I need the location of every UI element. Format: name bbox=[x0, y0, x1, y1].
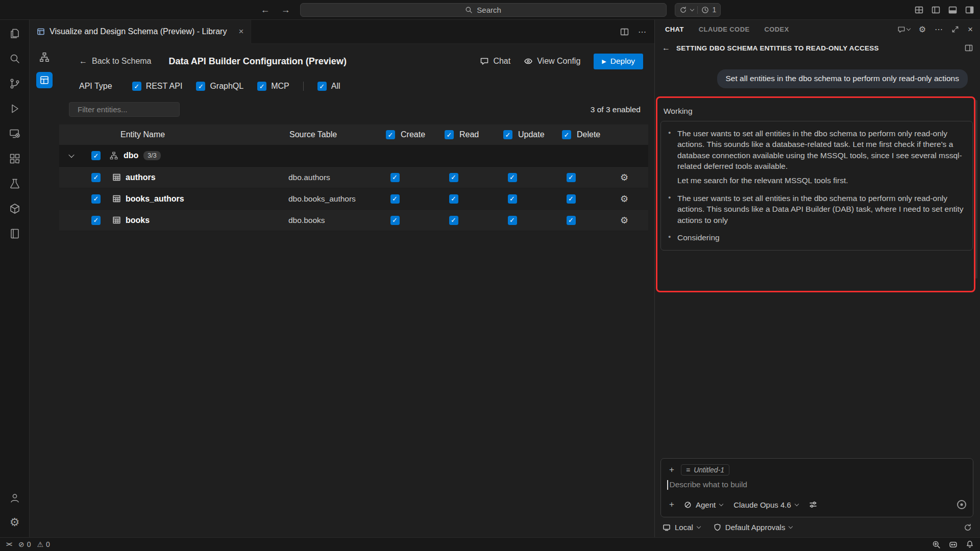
session-back-icon[interactable]: ← bbox=[662, 43, 670, 53]
update-checkbox[interactable] bbox=[508, 194, 517, 204]
toggle-secondary-sidebar-icon[interactable] bbox=[965, 6, 974, 14]
mcp-checkbox[interactable] bbox=[257, 82, 266, 91]
chat-button[interactable]: Chat bbox=[480, 57, 510, 66]
nav-back-icon[interactable]: ← bbox=[259, 5, 272, 15]
read-checkbox[interactable] bbox=[449, 173, 458, 182]
nav-forward-icon[interactable]: → bbox=[280, 5, 292, 15]
api-type-all[interactable]: All bbox=[317, 82, 340, 91]
split-editor-icon[interactable] bbox=[620, 28, 629, 36]
configuration-view-button[interactable] bbox=[36, 72, 53, 88]
table-row[interactable]: authors dbo.authors ⚙ bbox=[59, 167, 648, 188]
scrollbar-thumb[interactable] bbox=[975, 100, 977, 279]
approvals-dropdown[interactable]: Default Approvals bbox=[714, 523, 793, 532]
create-all-checkbox[interactable] bbox=[386, 130, 395, 139]
collapse-chevron-icon[interactable] bbox=[68, 152, 74, 158]
copilot-status-icon[interactable] bbox=[949, 540, 958, 549]
agent-thinking-box[interactable]: The user wants to set all entities in th… bbox=[660, 121, 973, 251]
create-checkbox[interactable] bbox=[390, 216, 400, 225]
notifications-bell-icon[interactable] bbox=[966, 540, 974, 548]
testing-icon[interactable] bbox=[8, 177, 21, 190]
api-type-mcp[interactable]: MCP bbox=[257, 82, 289, 91]
tab-chat[interactable]: CHAT bbox=[665, 26, 684, 33]
row-select-checkbox[interactable] bbox=[91, 173, 101, 182]
command-center-search[interactable]: Search bbox=[300, 3, 667, 17]
row-select-checkbox[interactable] bbox=[91, 194, 101, 204]
extensions-icon[interactable] bbox=[8, 152, 21, 165]
read-checkbox[interactable] bbox=[449, 216, 458, 225]
tab-claude-code[interactable]: CLAUDE CODE bbox=[699, 26, 750, 33]
chat-more-icon[interactable]: ⋯ bbox=[935, 24, 943, 34]
explorer-icon[interactable] bbox=[8, 27, 21, 40]
table-row[interactable]: books dbo.books ⚙ bbox=[59, 210, 648, 231]
delete-checkbox[interactable] bbox=[567, 216, 576, 225]
api-type-graphql[interactable]: GraphQL bbox=[196, 82, 243, 91]
rest-api-checkbox[interactable] bbox=[132, 82, 141, 91]
screencast-zoom-icon[interactable] bbox=[932, 540, 941, 549]
api-type-rest[interactable]: REST API bbox=[132, 82, 183, 91]
create-checkbox[interactable] bbox=[390, 194, 400, 204]
row-settings-gear-icon[interactable]: ⚙ bbox=[620, 172, 628, 183]
remote-explorer-icon[interactable] bbox=[8, 127, 21, 140]
tab-codex[interactable]: CODEX bbox=[765, 26, 789, 33]
read-all-checkbox[interactable] bbox=[445, 130, 454, 139]
account-icon[interactable] bbox=[8, 491, 21, 505]
chat-settings-gear-icon[interactable]: ⚙ bbox=[919, 24, 926, 34]
update-checkbox[interactable] bbox=[508, 216, 517, 225]
schema-name: dbo bbox=[124, 151, 138, 160]
chat-transcript[interactable]: Set all entities in the dbo schema to pe… bbox=[655, 57, 980, 458]
delete-checkbox[interactable] bbox=[567, 173, 576, 182]
toggle-panel-icon[interactable] bbox=[948, 6, 957, 14]
environment-dropdown[interactable]: Local bbox=[663, 523, 700, 532]
open-in-editor-icon[interactable] bbox=[965, 44, 973, 52]
send-button[interactable] bbox=[957, 499, 967, 510]
delete-all-checkbox[interactable] bbox=[562, 130, 571, 139]
deploy-button[interactable]: ▶ Deploy bbox=[594, 54, 643, 69]
editor-actions-more-icon[interactable]: ⋯ bbox=[638, 27, 646, 37]
schema-group-row[interactable]: dbo 3/3 bbox=[59, 145, 648, 167]
tab-close-icon[interactable]: × bbox=[231, 27, 243, 37]
source-control-icon[interactable] bbox=[8, 77, 21, 90]
add-context-icon[interactable]: + bbox=[667, 465, 676, 475]
search-sidebar-icon[interactable] bbox=[8, 52, 21, 65]
customize-layout-icon[interactable] bbox=[915, 6, 923, 14]
attach-icon[interactable]: + bbox=[667, 499, 676, 510]
chat-prompt-input[interactable]: Describe what to build bbox=[670, 480, 748, 489]
expand-icon[interactable] bbox=[951, 26, 959, 33]
run-debug-icon[interactable] bbox=[8, 102, 21, 115]
table-row[interactable]: books_authors dbo.books_authors ⚙ bbox=[59, 188, 648, 210]
chat-mode-dropdown[interactable] bbox=[897, 26, 910, 34]
copilot-session-control[interactable]: 1 bbox=[675, 3, 721, 17]
problems-indicator[interactable]: ⊘ 0 ⚠ 0 bbox=[18, 540, 50, 548]
toggle-primary-sidebar-icon[interactable] bbox=[932, 6, 940, 14]
chat-input-box[interactable]: + ≡ Untitled-1 Describe what to build + … bbox=[660, 458, 973, 517]
visualize-schema-view-icon[interactable] bbox=[36, 49, 53, 65]
settings-gear-icon[interactable]: ⚙ bbox=[8, 516, 21, 529]
context-chip-untitled-1[interactable]: ≡ Untitled-1 bbox=[681, 464, 729, 475]
model-dropdown[interactable]: Claude Opus 4.6 bbox=[733, 500, 798, 509]
thought-entry: The user wants to set all entities in th… bbox=[661, 193, 964, 226]
row-select-checkbox[interactable] bbox=[91, 216, 101, 225]
tab-visualize-design-schema[interactable]: Visualize and Design Schema (Preview) - … bbox=[30, 20, 251, 44]
read-checkbox[interactable] bbox=[449, 194, 458, 204]
agent-mode-dropdown[interactable]: Agent bbox=[684, 500, 723, 509]
dbo-group-checkbox[interactable] bbox=[91, 151, 101, 160]
remote-indicator-icon[interactable]: >< bbox=[6, 541, 11, 548]
all-checkbox[interactable] bbox=[317, 82, 327, 91]
create-checkbox[interactable] bbox=[390, 173, 400, 182]
chat-close-icon[interactable]: × bbox=[968, 24, 973, 35]
view-config-button[interactable]: View Config bbox=[524, 57, 580, 66]
delete-checkbox[interactable] bbox=[567, 194, 576, 204]
filter-entities-field[interactable] bbox=[69, 102, 180, 117]
update-all-checkbox[interactable] bbox=[503, 130, 512, 139]
update-checkbox[interactable] bbox=[508, 173, 517, 182]
notebook-icon[interactable] bbox=[8, 227, 21, 240]
row-settings-gear-icon[interactable]: ⚙ bbox=[620, 215, 628, 226]
enabled-count: 3 of 3 enabled bbox=[591, 105, 644, 114]
back-to-schema-link[interactable]: ← Back to Schema bbox=[79, 57, 152, 66]
graphql-checkbox[interactable] bbox=[196, 82, 205, 91]
tools-sliders-icon[interactable] bbox=[809, 500, 817, 509]
session-refresh-icon[interactable] bbox=[964, 523, 972, 532]
filter-entities-input[interactable] bbox=[78, 105, 179, 114]
package-cube-icon[interactable] bbox=[8, 202, 21, 215]
row-settings-gear-icon[interactable]: ⚙ bbox=[620, 193, 628, 205]
